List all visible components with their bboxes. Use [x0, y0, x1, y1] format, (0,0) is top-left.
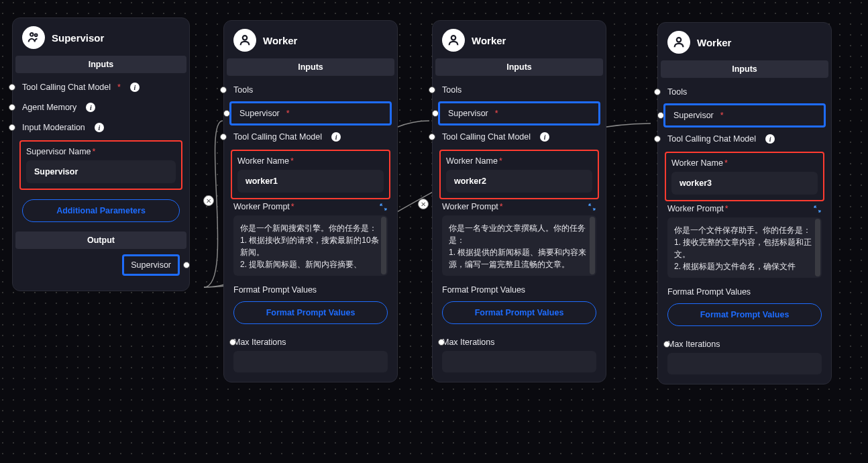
info-icon[interactable]: i — [540, 132, 549, 142]
worker-prompt-block: Worker Prompt* 你是一个文件保存助手。你的任务是： 1. 接收完整… — [667, 204, 822, 278]
port-icon[interactable] — [9, 124, 15, 131]
port-icon[interactable] — [183, 262, 190, 268]
worker-name-input[interactable] — [237, 170, 384, 193]
svg-point-1 — [35, 34, 38, 37]
inputs-header: Inputs — [661, 60, 828, 78]
svg-point-0 — [30, 33, 34, 36]
format-values-label: Format Prompt Values — [233, 285, 388, 295]
output-supervisor[interactable]: Supervisor — [122, 254, 180, 276]
supervisor-name-input[interactable] — [26, 160, 176, 183]
worker-icon — [442, 29, 465, 52]
port-icon[interactable] — [220, 134, 227, 140]
port-icon[interactable] — [429, 87, 435, 93]
worker-prompt-textarea[interactable]: 你是一个新闻搜索引擎。你的任务是： 1. 根据接收到的请求，搜索最新的10条新闻… — [233, 215, 388, 276]
input-tool-calling-model[interactable]: Tool Calling Chat Model* i — [13, 77, 189, 97]
format-prompt-button[interactable]: Format Prompt Values — [233, 301, 388, 324]
svg-point-3 — [451, 36, 455, 40]
worker-name-field: Worker Name* — [665, 152, 824, 201]
max-iterations-label: Max Iterations — [233, 338, 388, 347]
supervisor-name-field: Supervisor Name* — [19, 140, 182, 190]
expand-icon[interactable] — [587, 202, 596, 211]
max-iterations-label: Max Iterations — [667, 340, 822, 349]
port-icon[interactable] — [429, 134, 435, 140]
info-icon[interactable]: i — [95, 123, 104, 132]
input-supervisor[interactable]: Supervisor* — [444, 106, 594, 121]
port-icon[interactable] — [9, 104, 15, 111]
max-iterations-input[interactable] — [667, 353, 822, 374]
node-header: Worker — [433, 21, 606, 58]
worker-name-input[interactable] — [446, 170, 592, 193]
input-tools[interactable]: Tools — [658, 82, 831, 102]
supervisor-icon — [22, 26, 45, 49]
input-tool-calling-model[interactable]: Tool Calling Chat Model i — [658, 129, 831, 149]
worker-prompt-block: Worker Prompt* 你是一个新闻搜索引擎。你的任务是： 1. 根据接收… — [233, 202, 388, 276]
port-icon[interactable] — [432, 110, 439, 117]
flow-canvas[interactable]: Supervisor Inputs Tool Calling Chat Mode… — [0, 0, 868, 463]
inputs-header: Inputs — [435, 58, 603, 76]
expand-icon[interactable] — [812, 204, 822, 213]
port-icon[interactable] — [663, 341, 670, 348]
worker-name-field: Worker Name* — [231, 150, 390, 199]
port-icon[interactable] — [438, 339, 445, 346]
port-icon[interactable] — [657, 112, 664, 119]
node-worker-1[interactable]: Worker Inputs Tools Supervisor* Tool Cal… — [223, 20, 398, 382]
inputs-header: Inputs — [227, 58, 394, 76]
output-header: Output — [15, 232, 186, 249]
max-iterations-input[interactable] — [233, 351, 388, 372]
format-values-label: Format Prompt Values — [667, 287, 822, 297]
input-moderation[interactable]: Input Moderation i — [13, 117, 189, 138]
port-icon[interactable] — [223, 110, 230, 117]
info-icon[interactable]: i — [331, 132, 341, 142]
input-supervisor-highlight: Supervisor* — [663, 103, 826, 127]
node-title: Worker — [472, 35, 506, 46]
node-header: Worker — [224, 21, 397, 58]
input-supervisor-highlight: Supervisor* — [438, 101, 600, 125]
max-iterations-label: Max Iterations — [442, 338, 596, 347]
worker-icon — [233, 29, 256, 52]
input-tool-calling-model[interactable]: Tool Calling Chat Model i — [224, 127, 397, 147]
edge-delete-button[interactable]: ✕ — [418, 199, 429, 209]
node-worker-2[interactable]: Worker Inputs Tools Supervisor* Tool Cal… — [432, 20, 606, 382]
worker-prompt-textarea[interactable]: 你是一个文件保存助手。你的任务是： 1. 接收完整的文章内容，包括标题和正文。 … — [667, 217, 822, 278]
input-supervisor[interactable]: Supervisor* — [235, 106, 386, 121]
additional-params-button[interactable]: Additional Parameters — [22, 199, 180, 222]
port-icon[interactable] — [654, 136, 661, 142]
port-icon[interactable] — [220, 87, 227, 93]
worker-name-field: Worker Name* — [439, 150, 599, 199]
worker-name-input[interactable] — [671, 172, 818, 195]
edge-delete-button[interactable]: ✕ — [203, 195, 214, 206]
node-title: Worker — [697, 37, 731, 48]
format-prompt-button[interactable]: Format Prompt Values — [442, 301, 596, 324]
input-tool-calling-model[interactable]: Tool Calling Chat Model i — [433, 127, 606, 147]
input-supervisor-highlight: Supervisor* — [229, 101, 392, 125]
node-supervisor[interactable]: Supervisor Inputs Tool Calling Chat Mode… — [12, 17, 190, 291]
max-iterations-input[interactable] — [442, 351, 596, 372]
expand-icon[interactable] — [378, 202, 388, 211]
input-agent-memory[interactable]: Agent Memory i — [13, 97, 189, 117]
worker-prompt-block: Worker Prompt* 你是一名专业的文章撰稿人。你的任务是： 1. 根据… — [442, 202, 596, 276]
svg-point-4 — [677, 38, 681, 42]
node-title: Worker — [263, 35, 297, 46]
node-header: Supervisor — [13, 18, 189, 56]
input-supervisor[interactable]: Supervisor* — [669, 108, 820, 123]
svg-point-2 — [243, 36, 247, 40]
node-header: Worker — [658, 23, 831, 60]
node-title: Supervisor — [52, 32, 104, 44]
input-tools[interactable]: Tools — [433, 80, 606, 100]
format-values-label: Format Prompt Values — [442, 285, 596, 295]
port-icon[interactable] — [654, 89, 661, 95]
node-worker-3[interactable]: Worker Inputs Tools Supervisor* Tool Cal… — [657, 22, 832, 384]
port-icon[interactable] — [229, 339, 236, 346]
info-icon[interactable]: i — [765, 134, 775, 144]
format-prompt-button[interactable]: Format Prompt Values — [667, 303, 822, 326]
output-row: Supervisor — [13, 249, 189, 281]
port-icon[interactable] — [9, 84, 15, 91]
worker-icon — [667, 31, 690, 54]
info-icon[interactable]: i — [86, 103, 95, 112]
inputs-header: Inputs — [15, 56, 186, 73]
info-icon[interactable]: i — [130, 83, 140, 92]
worker-prompt-textarea[interactable]: 你是一名专业的文章撰稿人。你的任务是： 1. 根据提供的新闻标题、摘要和内容来源… — [442, 215, 596, 276]
input-tools[interactable]: Tools — [224, 80, 397, 100]
